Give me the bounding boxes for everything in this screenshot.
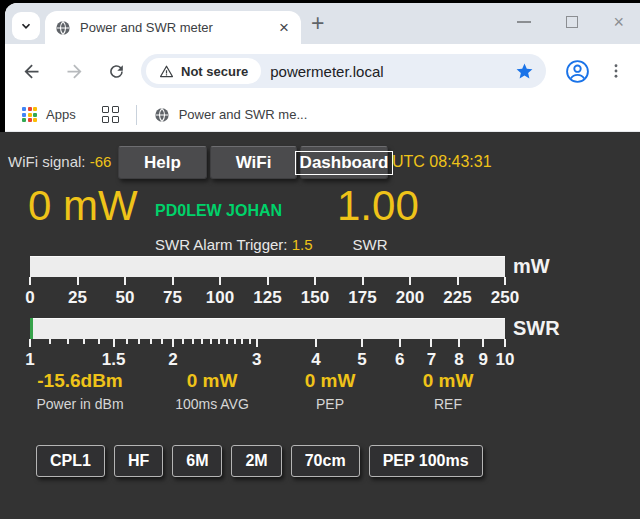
swr-meter: SWR 11.52345678910 [30, 318, 505, 339]
apps-shortcut[interactable]: Apps [22, 107, 76, 122]
address-bar[interactable]: Not secure powermeter.local [141, 54, 546, 88]
readout-label: 100ms AVG [150, 396, 274, 412]
cpl1-button-label: CPL1 [50, 452, 91, 470]
browser-menu-button[interactable] [607, 62, 625, 80]
tab-title: Power and SWR meter [80, 20, 277, 35]
three-dot-menu-icon [607, 62, 625, 80]
readout-avg: 0 mW 100ms AVG [150, 370, 274, 412]
tab-search-button[interactable] [12, 12, 40, 40]
tab-strip: Power and SWR meter × + × [5, 3, 640, 44]
swr-meter-bar [30, 318, 505, 339]
swr-reading: 1.00 [337, 184, 419, 228]
help-button-label: Help [144, 153, 181, 173]
readout-ref: 0 mW REF [390, 370, 506, 412]
70cm-button[interactable]: 70cm [291, 445, 360, 477]
readout-dbm: -15.6dBm Power in dBm [10, 370, 150, 412]
power-meter-caption: mW [513, 256, 550, 277]
6m-button[interactable]: 6M [172, 445, 222, 477]
70cm-button-label: 70cm [305, 452, 346, 470]
profile-button[interactable] [565, 59, 590, 84]
readout-label: Power in dBm [10, 396, 150, 412]
back-button[interactable] [21, 61, 42, 82]
swr-alarm-trigger: SWR Alarm Trigger: 1.5 [155, 236, 313, 253]
readout-value: 0 mW [390, 370, 506, 392]
power-meter: mW 0255075100125150175200225250 [30, 256, 505, 277]
browser-toolbar: Not secure powermeter.local [5, 44, 640, 98]
bookmark-title: Power and SWR me... [179, 107, 308, 122]
profile-avatar-icon [565, 59, 590, 84]
wifi-button-label: WiFi [236, 153, 272, 173]
forward-button[interactable] [64, 61, 85, 82]
bookmarks-bar: Apps Power and SWR me... [5, 98, 640, 132]
swr-meter-caption: SWR [513, 318, 560, 339]
globe-favicon-icon [154, 107, 170, 123]
swr-alarm-value: 1.5 [292, 236, 313, 253]
page-content: WiFi signal: -66 Help WiFi Dashboard UTC… [0, 132, 640, 519]
help-button[interactable]: Help [118, 146, 207, 179]
readout-label: PEP [270, 396, 390, 412]
2m-button[interactable]: 2M [231, 445, 281, 477]
globe-favicon-icon [55, 20, 71, 36]
callsign: PD0LEW JOHAN [155, 202, 282, 220]
power-meter-bar [30, 256, 505, 277]
reload-icon [107, 62, 126, 81]
swr-reading-caption: SWR [337, 236, 403, 253]
power-reading: 0 mW [28, 184, 138, 228]
hf-button-label: HF [128, 452, 149, 470]
window-close-button[interactable]: × [613, 16, 624, 28]
cpl1-button[interactable]: CPL1 [36, 445, 105, 477]
url-text[interactable]: powermeter.local [270, 63, 515, 80]
apps-label: Apps [46, 107, 76, 122]
warning-triangle-icon [159, 64, 174, 79]
bookmark-item[interactable]: Power and SWR me... [154, 107, 308, 123]
chevron-down-icon [19, 19, 33, 33]
readout-label: REF [390, 396, 506, 412]
wifi-signal-value: -66 [90, 153, 112, 170]
dashboard-button[interactable]: Dashboard [300, 146, 388, 179]
6m-button-label: 6M [186, 452, 208, 470]
wifi-signal-label: WiFi signal: [8, 153, 90, 170]
browser-window: Power and SWR meter × + × Not secure pow… [5, 3, 640, 132]
apps-grid-icon [22, 107, 37, 122]
back-arrow-icon [21, 61, 42, 82]
readout-value: 0 mW [150, 370, 274, 392]
tab-close-icon[interactable]: × [277, 19, 291, 36]
swr-alarm-label: SWR Alarm Trigger: [155, 236, 292, 253]
forward-arrow-icon [64, 61, 85, 82]
new-tab-button[interactable]: + [311, 10, 324, 37]
active-tab[interactable]: Power and SWR meter × [45, 11, 301, 44]
minimize-button[interactable] [517, 21, 531, 23]
hf-button[interactable]: HF [114, 445, 163, 477]
bookmark-star-icon[interactable] [515, 62, 534, 81]
readout-pep: 0 mW PEP [270, 370, 390, 412]
readout-value: 0 mW [270, 370, 390, 392]
security-chip[interactable]: Not secure [146, 58, 261, 84]
pep-100ms-button[interactable]: PEP 100ms [369, 445, 483, 477]
security-chip-label: Not secure [181, 64, 248, 79]
window-controls: × [517, 16, 624, 28]
meter-ticks: 0255075100125150175200225250 [30, 277, 505, 319]
wifi-signal: WiFi signal: -66 [8, 153, 111, 170]
pep-100ms-button-label: PEP 100ms [383, 452, 469, 470]
bookmarks-separator [136, 105, 137, 125]
band-button-row: CPL1 HF 6M 2M 70cm PEP 100ms [36, 445, 483, 477]
2m-button-label: 2M [245, 452, 267, 470]
readout-value: -15.6dBm [10, 370, 150, 392]
reload-button[interactable] [107, 62, 126, 81]
meter-fill [30, 318, 33, 339]
squares-grid-icon[interactable] [102, 106, 119, 123]
utc-clock: UTC 08:43:31 [392, 153, 492, 171]
dashboard-button-label: Dashboard [295, 151, 394, 175]
wifi-button[interactable]: WiFi [210, 146, 297, 179]
maximize-button[interactable] [566, 16, 578, 28]
